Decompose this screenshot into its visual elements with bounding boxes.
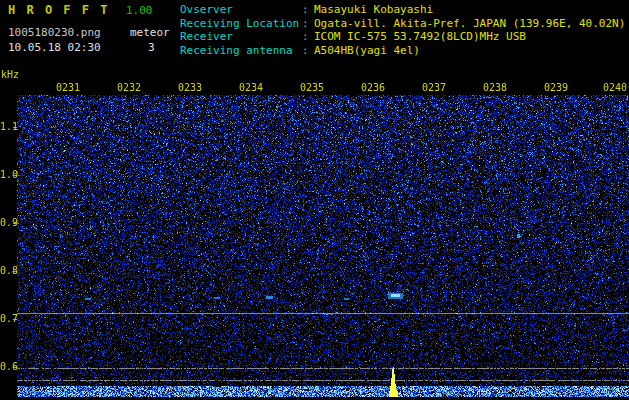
time-axis-label: 0234 (239, 82, 263, 93)
info-row-receiver: Receiver:ICOM IC-575 53.7492(8LCD)MHz US… (180, 30, 625, 44)
info-colon: : (302, 44, 314, 58)
time-axis-label: 0231 (56, 82, 80, 93)
time-axis-label: 0239 (544, 82, 568, 93)
freq-tick (13, 127, 17, 128)
freq-tick (13, 319, 17, 320)
info-colon: : (302, 17, 314, 31)
hrofft-output-screen: H R O F F T 1.00 1005180230.png meteor 1… (0, 0, 629, 400)
info-row-location: Receiving Location:Ogata-vill. Akita-Pre… (180, 17, 625, 31)
info-label: Receiver (180, 30, 302, 44)
info-colon: : (302, 3, 314, 17)
freq-unit-label: kHz (1, 69, 19, 80)
spectrogram-canvas (17, 75, 629, 398)
info-label: Ovserver (180, 3, 302, 17)
app-version: 1.00 (126, 4, 153, 17)
time-axis-label: 0237 (422, 82, 446, 93)
time-axis-label: 0238 (483, 82, 507, 93)
freq-tick (13, 271, 17, 272)
info-colon: : (302, 30, 314, 44)
time-axis-label: 0233 (178, 82, 202, 93)
freq-tick (13, 223, 17, 224)
time-axis-label: 0240 (603, 82, 627, 93)
info-row-antenna: Receiving antenna:A504HB(yagi 4el) (180, 44, 625, 58)
freq-tick (13, 367, 17, 368)
app-title: H R O F F T (8, 3, 109, 17)
meteor-count: 3 (148, 41, 155, 54)
time-axis-label: 0235 (300, 82, 324, 93)
info-row-observer: Ovserver:Masayuki Kobayashi (180, 3, 625, 17)
info-value: A504HB(yagi 4el) (314, 44, 420, 57)
station-info: Ovserver:Masayuki Kobayashi Receiving Lo… (180, 3, 625, 57)
info-value: ICOM IC-575 53.7492(8LCD)MHz USB (314, 30, 526, 43)
time-axis-label: 0236 (361, 82, 385, 93)
mode-label: meteor (130, 26, 170, 39)
info-label: Receiving antenna (180, 44, 302, 58)
date-time-label: 10.05.18 02:30 (8, 41, 101, 54)
info-value: Ogata-vill. Akita-Pref. JAPAN (139.96E, … (314, 17, 625, 30)
output-filename: 1005180230.png (8, 26, 101, 39)
info-value: Masayuki Kobayashi (314, 3, 433, 16)
time-axis-label: 0232 (117, 82, 141, 93)
info-label: Receiving Location (180, 17, 302, 31)
freq-tick (13, 175, 17, 176)
